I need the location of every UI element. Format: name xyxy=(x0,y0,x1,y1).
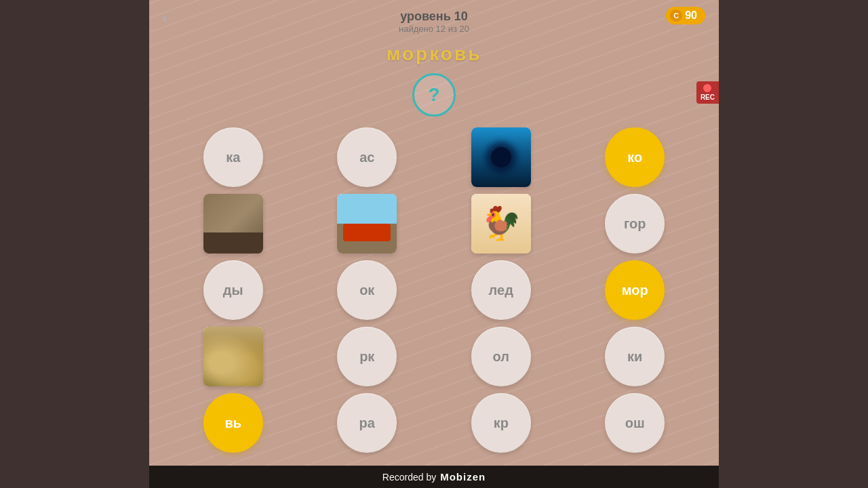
frame-image xyxy=(203,194,263,253)
question-circle[interactable]: ? xyxy=(412,73,456,117)
found-label: найдено 12 из 20 xyxy=(399,24,469,34)
sawdust-image xyxy=(203,327,263,386)
cell-ka[interactable]: ка xyxy=(203,127,263,187)
right-panel xyxy=(719,0,868,488)
mobizen-logo: Mobizen xyxy=(440,471,486,483)
cell-ol[interactable]: ол xyxy=(471,327,531,386)
cell-mor[interactable]: мор xyxy=(605,260,665,320)
cell-frame-image[interactable] xyxy=(203,194,263,253)
cell-led[interactable]: лед xyxy=(471,260,531,320)
cell-rooster-image[interactable] xyxy=(471,194,531,253)
left-panel xyxy=(0,0,149,488)
coins-badge: 90 xyxy=(666,7,705,24)
answer-grid: ка ас ко гор ды ок лед мор xyxy=(149,127,719,453)
machine-image xyxy=(337,194,397,253)
cell-gor[interactable]: гор xyxy=(605,194,665,253)
game-container: ‹ уровень 10 найдено 12 из 20 90 морковь… xyxy=(149,0,719,488)
ocean-image xyxy=(471,127,531,187)
cell-ra[interactable]: ра xyxy=(337,393,397,453)
cell-ki[interactable]: ки xyxy=(605,327,665,386)
cell-ok[interactable]: ок xyxy=(337,260,397,320)
question-mark: ? xyxy=(428,84,439,106)
back-button[interactable]: ‹ xyxy=(163,9,167,27)
cell-osh[interactable]: ош xyxy=(605,393,665,453)
cell-ko[interactable]: ко xyxy=(605,127,665,187)
bottom-bar: Recorded by Mobizen xyxy=(149,466,719,488)
cell-as[interactable]: ас xyxy=(337,127,397,187)
cell-dy[interactable]: ды xyxy=(203,260,263,320)
level-title: уровень 10 xyxy=(399,9,469,24)
cell-sawdust-image[interactable] xyxy=(203,327,263,386)
answer-word: морковь xyxy=(387,43,482,65)
cell-vb[interactable]: вь xyxy=(203,393,263,453)
cell-ocean-image[interactable] xyxy=(471,127,531,187)
header: ‹ уровень 10 найдено 12 из 20 90 xyxy=(149,0,719,38)
coins-value: 90 xyxy=(685,9,697,22)
cell-rk[interactable]: рк xyxy=(337,327,397,386)
cell-kr[interactable]: кр xyxy=(471,393,531,453)
recorded-by-text: Recorded by xyxy=(382,472,436,483)
cell-machine-image[interactable] xyxy=(337,194,397,253)
rooster-image xyxy=(471,194,531,253)
level-info: уровень 10 найдено 12 из 20 xyxy=(399,9,469,34)
